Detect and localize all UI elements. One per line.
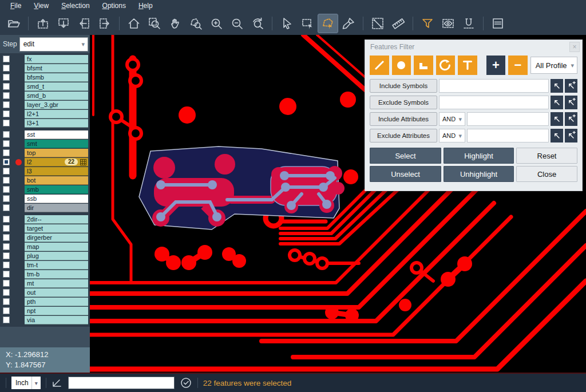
exclude-symbols-pick-button[interactable] bbox=[551, 96, 563, 109]
layer-row-smb[interactable]: smb bbox=[0, 185, 90, 194]
text-filter-button[interactable] bbox=[458, 56, 477, 75]
exclude-attributes-button[interactable]: Exclude Attributes bbox=[370, 129, 437, 142]
history-check-icon[interactable] bbox=[180, 377, 192, 389]
tool-clean-brush-button[interactable] bbox=[338, 14, 359, 33]
profile-select[interactable]: All Profile▾ bbox=[530, 57, 577, 74]
layer-name-bar[interactable]: layer_3.gbr bbox=[25, 101, 88, 109]
layer-row-target[interactable]: target bbox=[0, 224, 90, 233]
layer-row-bot[interactable]: bot bbox=[0, 176, 90, 185]
layer-name-bar[interactable]: out bbox=[25, 288, 88, 297]
layer-row-smd_t[interactable]: smd_t bbox=[0, 82, 90, 91]
layer-checkbox[interactable] bbox=[3, 262, 10, 268]
layer-checkbox[interactable] bbox=[3, 289, 10, 296]
tool-measure-points-button[interactable] bbox=[367, 14, 388, 33]
tool-snap-button[interactable] bbox=[458, 14, 479, 33]
tool-zoom-in-button[interactable] bbox=[206, 14, 227, 33]
include-symbols-button[interactable]: Include Symbols bbox=[370, 79, 437, 93]
include-attributes-pick-add-button[interactable] bbox=[565, 112, 577, 126]
layer-checkbox[interactable] bbox=[3, 298, 10, 305]
exclude-symbols-button[interactable]: Exclude Symbols bbox=[370, 96, 437, 109]
step-select[interactable]: edit ▾ bbox=[19, 37, 88, 52]
layer-checkbox[interactable] bbox=[3, 120, 10, 126]
unit-select[interactable]: Inch ▾ bbox=[11, 377, 41, 389]
layer-checkbox[interactable] bbox=[3, 110, 10, 117]
layer-checkbox[interactable] bbox=[3, 149, 10, 156]
layer-checkbox[interactable] bbox=[3, 271, 10, 278]
layer-row-l2[interactable]: l222 bbox=[0, 157, 90, 167]
tool-show-layers-button[interactable] bbox=[438, 14, 458, 33]
layer-row-sst[interactable]: sst bbox=[0, 130, 90, 139]
layer-row-l2+1[interactable]: l2+1 bbox=[0, 109, 90, 118]
layer-row-top[interactable]: top bbox=[0, 148, 90, 157]
arc-filter-button[interactable] bbox=[436, 56, 456, 75]
layer-name-bar[interactable]: map bbox=[25, 243, 88, 251]
layer-row-via[interactable]: via bbox=[0, 315, 90, 324]
tool-ruler-button[interactable] bbox=[388, 14, 409, 33]
tool-layers-form-button[interactable] bbox=[488, 14, 508, 33]
layer-row-dir[interactable]: dir bbox=[0, 203, 90, 212]
layer-name-bar[interactable]: tm-b bbox=[25, 270, 88, 279]
layer-name-bar[interactable]: l2+1 bbox=[25, 110, 88, 118]
layer-row-out[interactable]: out bbox=[0, 288, 90, 297]
layer-checkbox[interactable] bbox=[3, 225, 10, 232]
layer-name-bar[interactable]: top bbox=[25, 149, 88, 157]
layer-row-dirgerber[interactable]: dirgerber bbox=[0, 233, 90, 242]
layer-name-bar[interactable]: fx bbox=[25, 55, 88, 64]
layer-row-fx[interactable]: fx bbox=[0, 54, 90, 64]
menu-help[interactable]: Help bbox=[133, 2, 159, 10]
exclude-attributes-pick-add-button[interactable] bbox=[565, 129, 577, 142]
layer-row-tm-t[interactable]: tm-t bbox=[0, 260, 90, 270]
layer-name-bar[interactable]: via bbox=[25, 316, 88, 324]
exclude-symbols-input[interactable] bbox=[439, 96, 549, 109]
tool-features-filter-button[interactable] bbox=[417, 14, 438, 33]
layer-row-npt[interactable]: npt bbox=[0, 306, 90, 315]
layer-row-plug[interactable]: plug bbox=[0, 251, 90, 260]
layer-checkbox[interactable] bbox=[3, 204, 10, 211]
layer-checkbox[interactable] bbox=[3, 243, 10, 250]
tool-import-right-button[interactable] bbox=[94, 14, 115, 33]
command-input[interactable] bbox=[68, 377, 175, 389]
tool-select-cursor-button[interactable] bbox=[276, 14, 297, 33]
layer-name-bar[interactable]: smt bbox=[25, 140, 88, 148]
surface-filter-button[interactable] bbox=[414, 56, 433, 75]
layer-row-pth[interactable]: pth bbox=[0, 297, 90, 306]
layer-checkbox[interactable] bbox=[3, 252, 10, 259]
layer-name-bar[interactable]: bfsmt bbox=[25, 64, 88, 73]
reset-button[interactable]: Reset bbox=[516, 148, 577, 164]
tool-pan-hand-button[interactable] bbox=[165, 14, 185, 33]
layer-checkbox[interactable] bbox=[3, 74, 10, 81]
include-symbols-pick-add-button[interactable] bbox=[565, 79, 577, 93]
exclude-symbols-pick-add-button[interactable] bbox=[565, 96, 577, 109]
layer-name-bar[interactable]: mt bbox=[25, 279, 88, 288]
layer-name-bar[interactable]: ssb bbox=[25, 195, 88, 203]
close-icon[interactable]: × bbox=[569, 42, 580, 52]
tool-open-file-button[interactable] bbox=[3, 14, 24, 33]
layer-row-bfsmt[interactable]: bfsmt bbox=[0, 64, 90, 73]
angle-mode-icon[interactable] bbox=[52, 377, 63, 389]
layer-name-bar[interactable]: pth bbox=[25, 298, 88, 306]
exclude-attributes-input[interactable] bbox=[467, 129, 549, 142]
include-attributes-input[interactable] bbox=[467, 112, 549, 126]
tool-import-bottom-button[interactable] bbox=[53, 14, 74, 33]
layer-name-bar[interactable]: tm-t bbox=[25, 261, 88, 270]
menu-view[interactable]: View bbox=[28, 2, 54, 10]
line-filter-button[interactable] bbox=[370, 56, 389, 75]
unhighlight-button[interactable]: Unhighlight bbox=[444, 166, 514, 182]
tool-import-left-button[interactable] bbox=[74, 14, 94, 33]
unselect-button[interactable]: Unselect bbox=[370, 166, 441, 182]
tool-select-rect-button[interactable] bbox=[297, 14, 318, 33]
layer-checkbox[interactable] bbox=[3, 307, 10, 314]
tool-import-top-button[interactable] bbox=[33, 14, 53, 33]
include-symbols-input[interactable] bbox=[439, 79, 549, 93]
layer-name-bar[interactable]: plug bbox=[25, 252, 88, 260]
layer-row-map[interactable]: map bbox=[0, 242, 90, 251]
layer-checkbox[interactable] bbox=[3, 195, 10, 202]
exclude-attributes-and-select[interactable]: AND▾ bbox=[439, 129, 465, 142]
menu-options[interactable]: Options bbox=[97, 2, 132, 10]
layer-checkbox[interactable] bbox=[3, 316, 10, 323]
pcb-canvas[interactable]: Features Filter × +−All Profile▾ Include… bbox=[90, 35, 586, 373]
tool-zoom-area-button[interactable] bbox=[144, 14, 165, 33]
layer-checkbox[interactable] bbox=[3, 159, 10, 165]
include-symbols-pick-button[interactable] bbox=[551, 79, 563, 93]
layer-row-smd_b[interactable]: smd_b bbox=[0, 91, 90, 100]
